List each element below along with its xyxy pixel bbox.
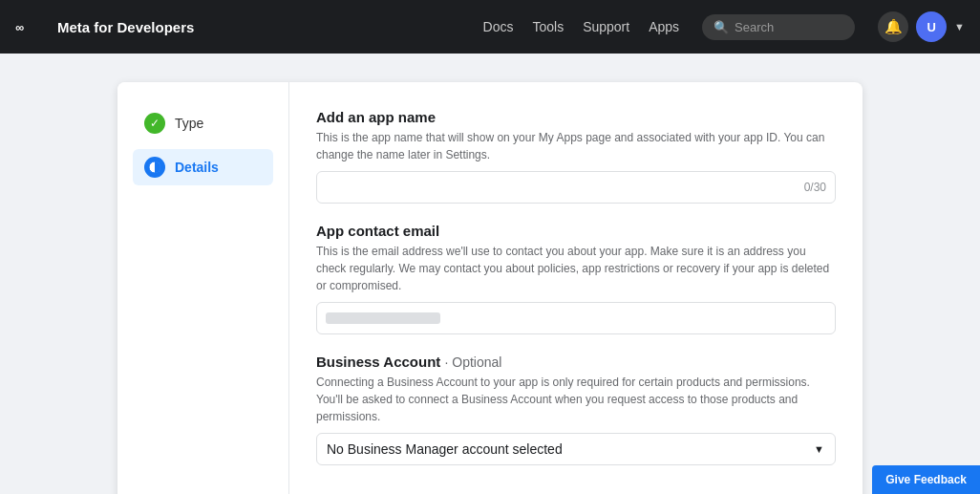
nav-icons: 🔔 U ▼	[878, 11, 965, 42]
brand-logo[interactable]: ∞ Meta for Developers	[15, 18, 194, 35]
step-details-label: Details	[175, 160, 219, 175]
business-account-section: Business Account · Optional Connecting a…	[316, 354, 836, 465]
give-feedback-button[interactable]: Give Feedback	[872, 465, 980, 494]
contact-email-description: This is the email address we'll use to c…	[316, 243, 836, 294]
step-details-icon	[144, 157, 165, 178]
notifications-button[interactable]: 🔔	[878, 11, 908, 42]
app-name-input-wrapper: 0/30	[316, 171, 836, 204]
top-navigation: ∞ Meta for Developers Docs Tools Support…	[0, 0, 980, 54]
bell-icon: 🔔	[884, 18, 903, 35]
business-account-dropdown[interactable]: No Business Manager account selected	[316, 433, 836, 465]
search-bar[interactable]: 🔍	[702, 14, 855, 40]
wizard-container: ✓ Type Details Add an app name This is t…	[117, 82, 863, 494]
contact-email-input-wrapper	[316, 302, 836, 334]
half-circle-icon	[148, 161, 161, 174]
step-type-label: Type	[175, 116, 203, 131]
brand-name: Meta for Developers	[57, 19, 194, 35]
business-account-title: Business Account · Optional	[316, 354, 836, 370]
app-name-title: Add an app name	[316, 109, 836, 125]
user-avatar[interactable]: U	[916, 11, 947, 42]
app-name-description: This is the app name that will show on y…	[316, 129, 836, 163]
search-icon: 🔍	[714, 20, 729, 34]
app-name-section: Add an app name This is the app name tha…	[316, 109, 836, 204]
chevron-down-icon[interactable]: ▼	[954, 21, 965, 32]
app-name-input[interactable]	[316, 171, 836, 204]
nav-tools[interactable]: Tools	[532, 19, 564, 34]
nav-apps[interactable]: Apps	[649, 19, 679, 34]
nav-links: Docs Tools Support Apps	[483, 19, 680, 34]
sidebar-step-details[interactable]: Details	[133, 149, 273, 185]
search-input[interactable]	[735, 20, 843, 34]
business-account-title-text: Business Account	[316, 354, 440, 370]
contact-email-title: App contact email	[316, 223, 836, 239]
wizard-main: Add an app name This is the app name tha…	[289, 82, 863, 494]
page-body: ✓ Type Details Add an app name This is t…	[0, 54, 980, 494]
char-counter: 0/30	[804, 181, 826, 194]
nav-docs[interactable]: Docs	[483, 19, 514, 34]
meta-logo-icon: ∞	[15, 18, 50, 35]
business-account-dropdown-wrapper: No Business Manager account selected ▼	[316, 433, 836, 465]
contact-email-section: App contact email This is the email addr…	[316, 223, 836, 334]
step-type-icon: ✓	[144, 113, 165, 134]
email-mask	[326, 312, 440, 324]
business-account-description: Connecting a Business Account to your ap…	[316, 374, 836, 425]
sidebar-step-type[interactable]: ✓ Type	[133, 105, 273, 141]
optional-label: · Optional	[444, 354, 501, 370]
nav-support[interactable]: Support	[583, 19, 629, 34]
avatar-initial: U	[927, 20, 935, 34]
wizard-sidebar: ✓ Type Details	[117, 82, 289, 494]
svg-text:∞: ∞	[15, 21, 24, 34]
